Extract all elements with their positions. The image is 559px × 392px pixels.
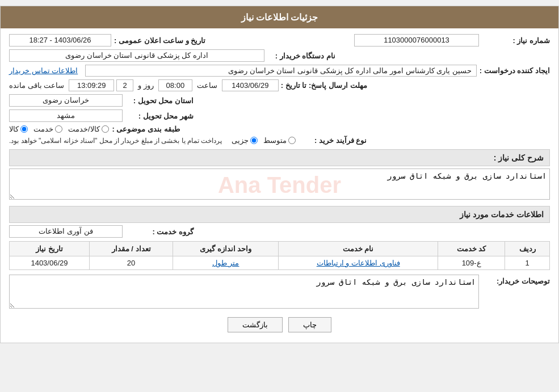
radio-jozyi-label: جزیی [232, 136, 249, 145]
deadline-remaining-label: ساعت باقی مانده [9, 81, 64, 90]
service-table-header-row: ردیف کد خدمت نام خدمت واحد اندازه گیری ت… [10, 242, 550, 256]
deadline-label: مهلت ارسال پاسخ: تا تاریخ : [281, 81, 367, 90]
buyer-org-label: نام دستگاه خریدار : [267, 52, 335, 60]
buyer-desc-container [9, 275, 479, 310]
cell-code: ع-109 [438, 256, 505, 270]
content-area: شماره نیاز : 1103000076000013 تاریخ و سا… [1, 28, 558, 343]
service-table-head: ردیف کد خدمت نام خدمت واحد اندازه گیری ت… [10, 242, 550, 256]
button-row: چاپ بازگشت [9, 317, 550, 332]
category-radio-khedmat[interactable]: خدمت [33, 125, 62, 133]
service-table: ردیف کد خدمت نام خدمت واحد اندازه گیری ت… [9, 241, 550, 270]
cell-row: 1 [505, 256, 550, 270]
deadline-day-label: روز و [138, 81, 154, 90]
category-radio-kala-khedmat[interactable]: کالا/خدمت [68, 125, 109, 133]
buyer-desc-textarea[interactable] [9, 275, 479, 309]
announce-date-label: تاریخ و ساعت اعلان عمومی : [114, 36, 205, 45]
deadline-time-label: ساعت [197, 81, 217, 90]
cell-unit: متر طول [173, 256, 279, 270]
process-radio-group: متوسط جزیی [232, 136, 296, 145]
radio-motavaset[interactable] [288, 137, 296, 144]
service-group-row: گروه خدمت : فن آوری اطلاعات [9, 225, 550, 238]
cell-name[interactable]: فناوری اطلاعات و ارتباطات [279, 256, 438, 270]
radio-khedmat-label: خدمت [33, 125, 53, 133]
deadline-date: 1403/06/29 [222, 79, 279, 91]
requester-row: ایجاد کننده درخواست : حسین یاری کارشناس … [9, 65, 550, 77]
buyer-desc-row: توصیحات خریدار: [9, 275, 550, 310]
table-row: 1 ع-109 فناوری اطلاعات و ارتباطات متر طو… [10, 256, 550, 270]
category-radio-kala[interactable]: کالا [9, 125, 28, 133]
watermark-container: Ana Tender [9, 168, 550, 201]
need-desc-textarea[interactable] [9, 168, 550, 200]
radio-kala-khedmat[interactable] [102, 125, 109, 133]
requester-value: حسین یاری کارشناس امور مالی اداره کل پزش… [85, 65, 477, 77]
services-section-header: اطلاعات خدمات مورد نیاز [9, 206, 550, 223]
col-header-row: ردیف [505, 242, 550, 256]
deadline-time: 08:00 [158, 79, 192, 91]
radio-kala-label: کالا [9, 125, 19, 133]
need-number-label: شماره نیاز : [482, 36, 550, 45]
top-info-row: شماره نیاز : 1103000076000013 تاریخ و سا… [9, 34, 550, 47]
radio-kala-khedmat-label: کالا/خدمت [68, 125, 100, 133]
col-header-qty: تعداد / مقدار [89, 242, 173, 256]
process-radio-motavaset[interactable]: متوسط [263, 136, 296, 145]
service-group-label: گروه خدمت : [125, 227, 194, 236]
back-button[interactable]: بازگشت [228, 317, 283, 332]
need-desc-section-header: شرح کلی نیاز : [9, 149, 550, 166]
radio-motavaset-label: متوسط [263, 136, 287, 145]
need-desc-label: شرح کلی نیاز : [494, 153, 544, 162]
deadline-days: 2 [116, 79, 133, 91]
col-header-name: نام خدمت [279, 242, 438, 256]
deadline-row: مهلت ارسال پاسخ: تا تاریخ : 1403/06/29 س… [9, 79, 550, 91]
province-row: استان محل تحویل : خراسان رضوی [9, 94, 550, 107]
service-table-body: 1 ع-109 فناوری اطلاعات و ارتباطات متر طو… [10, 256, 550, 270]
category-row: طبقه بندی موضوعی : کالا/خدمت خدمت کالا [9, 125, 550, 133]
process-note: پرداخت تمام یا بخشی از مبلغ خریدار از مح… [9, 137, 222, 145]
city-value: مشهد [9, 109, 123, 122]
category-label: طبقه بندی موضوعی : [112, 125, 180, 133]
city-label: شهر محل تحویل : [125, 112, 194, 120]
category-radio-group: کالا/خدمت خدمت کالا [9, 125, 109, 133]
process-label: نوع فرآیند خرید : [299, 136, 367, 145]
buyer-org-row: نام دستگاه خریدار : اداره کل پزشکی قانون… [9, 49, 550, 62]
process-row: نوع فرآیند خرید : متوسط جزیی پرداخت تمام… [9, 136, 550, 145]
page-title: جزئیات اطلاعات نیاز [241, 12, 318, 22]
need-number-value: 1103000076000013 [354, 34, 479, 47]
radio-jozyi[interactable] [250, 137, 258, 144]
announce-date-value: 1403/06/26 - 18:27 [9, 34, 111, 47]
radio-kala[interactable] [20, 125, 28, 133]
buyer-org-value: اداره کل پزشکی قانونی استان خراسان رضوی [9, 49, 264, 62]
province-label: استان محل تحویل : [125, 96, 194, 105]
page-container: جزئیات اطلاعات نیاز شماره نیاز : 1103000… [0, 6, 559, 343]
requester-label: ایجاد کننده درخواست : [480, 66, 550, 75]
province-value: خراسان رضوی [9, 94, 123, 107]
col-header-code: کد خدمت [438, 242, 505, 256]
services-title: اطلاعات خدمات مورد نیاز [460, 210, 544, 219]
radio-khedmat[interactable] [55, 125, 62, 133]
page-header: جزئیات اطلاعات نیاز [1, 6, 558, 28]
contact-link[interactable]: اطلاعات تماس خریدار [9, 66, 78, 75]
need-desc-area: Ana Tender [9, 168, 550, 201]
print-button[interactable]: چاپ [288, 317, 331, 332]
service-group-value: فن آوری اطلاعات [9, 225, 123, 238]
cell-date: 1403/06/29 [10, 256, 90, 270]
buyer-desc-label: توصیحات خریدار: [482, 277, 550, 285]
deadline-remaining: 13:09:29 [69, 79, 114, 91]
col-header-unit: واحد اندازه گیری [173, 242, 279, 256]
city-row: شهر محل تحویل : مشهد [9, 109, 550, 122]
cell-qty: 20 [89, 256, 173, 270]
col-header-date: تاریخ نیاز [10, 242, 90, 256]
process-radio-jozyi[interactable]: جزیی [232, 136, 258, 145]
